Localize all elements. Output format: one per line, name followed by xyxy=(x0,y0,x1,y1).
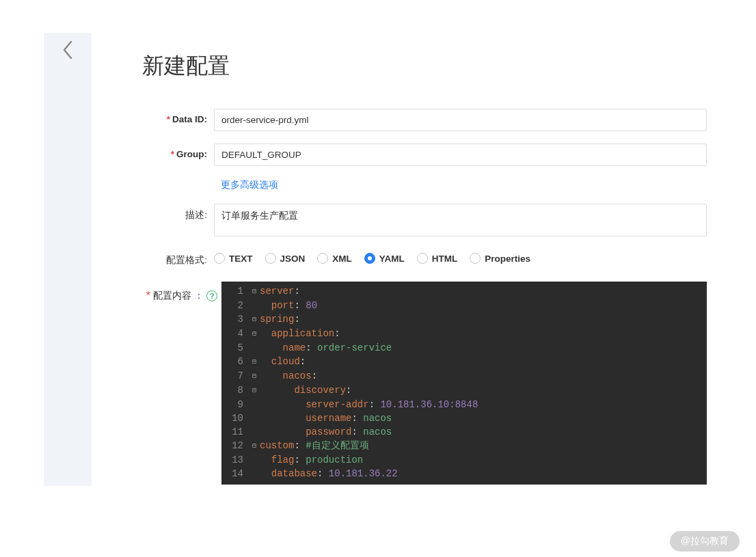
line-number: 8 xyxy=(221,383,249,398)
line-number: 3 xyxy=(221,312,249,327)
code-text: database: 10.181.36.22 xyxy=(260,467,707,480)
radio-circle-icon xyxy=(417,253,428,264)
format-radio-yaml[interactable]: YAML xyxy=(364,253,405,264)
radio-label: Properties xyxy=(485,254,530,264)
fold-icon[interactable]: ⊟ xyxy=(249,327,260,341)
code-line[interactable]: 3⊟spring: xyxy=(221,312,707,327)
code-text: name: order-service xyxy=(260,341,707,355)
radio-label: YAML xyxy=(379,254,405,264)
code-line[interactable]: 10 username: nacos xyxy=(221,411,707,425)
row-content: * 配置内容 ： ? 1⊟server:2 port: 803⊟spring:4… xyxy=(142,282,707,485)
code-line[interactable]: 8⊟ discovery: xyxy=(221,383,707,398)
label-desc: 描述: xyxy=(142,204,214,221)
code-line[interactable]: 7⊟ nacos: xyxy=(221,369,707,383)
code-line[interactable]: 11 password: nacos xyxy=(221,425,707,439)
label-group: *Group: xyxy=(142,144,214,159)
fold-icon xyxy=(249,341,260,355)
code-text: application: xyxy=(260,327,707,341)
code-line[interactable]: 4⊟ application: xyxy=(221,327,707,341)
fold-icon[interactable]: ⊟ xyxy=(249,369,260,383)
radio-label: JSON xyxy=(280,254,306,264)
line-number: 7 xyxy=(221,369,249,383)
fold-icon[interactable]: ⊟ xyxy=(249,383,260,398)
format-radio-group: TEXTJSONXMLYAMLHTMLProperties xyxy=(214,249,530,264)
group-input[interactable] xyxy=(214,144,707,166)
desc-textarea[interactable]: 订单服务生产配置 xyxy=(214,204,707,236)
radio-label: XML xyxy=(332,254,352,264)
line-number: 9 xyxy=(221,398,249,411)
label-data-id: *Data ID: xyxy=(142,109,214,124)
code-line[interactable]: 14 database: 10.181.36.22 xyxy=(221,467,707,480)
code-text: port: 80 xyxy=(260,299,707,312)
fold-icon xyxy=(249,467,260,480)
code-text: cloud: xyxy=(260,355,707,369)
code-editor[interactable]: 1⊟server:2 port: 803⊟spring:4⊟ applicati… xyxy=(221,282,707,485)
row-group: *Group: xyxy=(142,144,707,166)
chevron-left-icon xyxy=(62,40,74,60)
line-number: 1 xyxy=(221,284,249,299)
row-format: 配置格式: TEXTJSONXMLYAMLHTMLProperties xyxy=(142,249,707,267)
format-radio-json[interactable]: JSON xyxy=(265,253,306,264)
radio-circle-icon xyxy=(214,253,225,264)
back-button[interactable] xyxy=(62,40,74,63)
format-radio-xml[interactable]: XML xyxy=(317,253,352,264)
fold-icon xyxy=(249,299,260,312)
radio-circle-icon xyxy=(470,253,481,264)
code-text: flag: production xyxy=(260,453,707,467)
help-icon[interactable]: ? xyxy=(206,290,217,301)
label-format: 配置格式: xyxy=(142,249,214,267)
line-number: 2 xyxy=(221,299,249,312)
fold-icon xyxy=(249,425,260,439)
code-text: server-addr: 10.181.36.10:8848 xyxy=(260,398,707,411)
fold-icon[interactable]: ⊟ xyxy=(249,355,260,369)
left-panel xyxy=(44,33,92,486)
fold-icon xyxy=(249,411,260,425)
radio-circle-icon xyxy=(317,253,328,264)
line-number: 10 xyxy=(221,411,249,425)
fold-icon[interactable]: ⊟ xyxy=(249,439,260,453)
code-line[interactable]: 2 port: 80 xyxy=(221,299,707,312)
advanced-options-link[interactable]: 更多高级选项 xyxy=(221,179,278,191)
code-text: password: nacos xyxy=(260,425,707,439)
code-line[interactable]: 12⊟custom: #自定义配置项 xyxy=(221,439,707,453)
code-line[interactable]: 1⊟server: xyxy=(221,284,707,299)
row-desc: 描述: 订单服务生产配置 xyxy=(142,204,707,236)
data-id-input[interactable] xyxy=(214,109,707,131)
fold-icon[interactable]: ⊟ xyxy=(249,284,260,299)
code-text: username: nacos xyxy=(260,411,707,425)
radio-circle-icon xyxy=(265,253,276,264)
code-line[interactable]: 13 flag: production xyxy=(221,453,707,467)
radio-circle-icon xyxy=(364,253,375,264)
watermark-badge: @拉勾教育 xyxy=(670,531,740,552)
line-number: 6 xyxy=(221,355,249,369)
code-text: spring: xyxy=(260,312,707,327)
format-radio-text[interactable]: TEXT xyxy=(214,253,253,264)
format-radio-properties[interactable]: Properties xyxy=(470,253,530,264)
radio-label: TEXT xyxy=(229,254,253,264)
code-text: nacos: xyxy=(260,369,707,383)
radio-label: HTML xyxy=(432,254,458,264)
line-number: 13 xyxy=(221,453,249,467)
code-text: custom: #自定义配置项 xyxy=(260,439,707,453)
fold-icon xyxy=(249,398,260,411)
code-text: server: xyxy=(260,284,707,299)
line-number: 12 xyxy=(221,439,249,453)
label-content: * 配置内容 ： ? xyxy=(142,282,221,302)
fold-icon[interactable]: ⊟ xyxy=(249,312,260,327)
page-title: 新建配置 xyxy=(142,51,707,81)
line-number: 5 xyxy=(221,341,249,355)
code-line[interactable]: 6⊟ cloud: xyxy=(221,355,707,369)
format-radio-html[interactable]: HTML xyxy=(417,253,458,264)
line-number: 4 xyxy=(221,327,249,341)
fold-icon xyxy=(249,453,260,467)
line-number: 11 xyxy=(221,425,249,439)
line-number: 14 xyxy=(221,467,249,480)
code-text: discovery: xyxy=(260,383,707,398)
main-content: 新建配置 *Data ID: *Group: 更多高级选项 描述: 订单服务生产… xyxy=(142,51,707,497)
code-line[interactable]: 5 name: order-service xyxy=(221,341,707,355)
row-data-id: *Data ID: xyxy=(142,109,707,131)
code-line[interactable]: 9 server-addr: 10.181.36.10:8848 xyxy=(221,398,707,411)
